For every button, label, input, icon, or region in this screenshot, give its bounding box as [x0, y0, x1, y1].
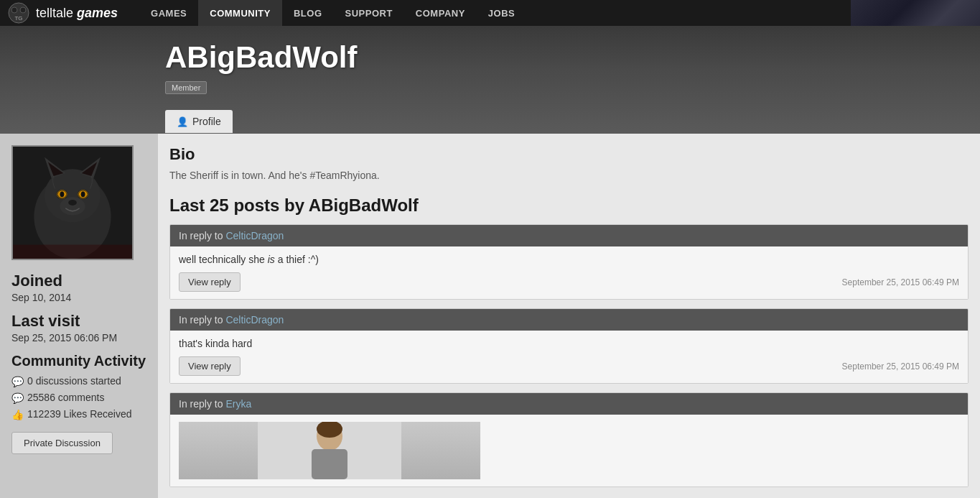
last-visit-label: Last visit — [11, 312, 146, 331]
post-image — [179, 422, 480, 479]
nav-decorative-image — [851, 0, 980, 26]
profile-tabs: 👤 Profile — [165, 110, 966, 133]
svg-point-19 — [60, 197, 85, 215]
nav-company[interactable]: COMPANY — [404, 0, 477, 26]
nav-games[interactable]: GAMES — [139, 0, 198, 26]
post-body-2: that's kinda hard View reply September 2… — [170, 331, 968, 383]
likes-icon: 👍 — [11, 409, 24, 420]
post-footer-2: View reply September 25, 2015 06:49 PM — [179, 356, 959, 376]
reply-to-user-1[interactable]: CelticDragon — [225, 230, 284, 241]
post-header-2: In reply to CelticDragon — [170, 309, 968, 331]
top-navigation: TG telltale games GAMES COMMUNITY BLOG S… — [0, 0, 980, 26]
community-activity-title: Community Activity — [11, 352, 146, 369]
bio-title: Bio — [169, 145, 969, 164]
tab-profile-label: Profile — [192, 116, 221, 127]
last-visit-date: Sep 25, 2015 06:06 PM — [11, 332, 146, 343]
svg-point-20 — [68, 200, 77, 206]
in-reply-to-label-3: In reply to — [179, 398, 225, 410]
profile-icon: 👤 — [177, 116, 188, 127]
post-header-3: In reply to Eryka — [170, 393, 968, 415]
svg-point-15 — [60, 191, 64, 197]
nav-links: GAMES COMMUNITY BLOG SUPPORT COMPANY JOB… — [139, 0, 884, 26]
post-text-1: well technically she is a thief :^) — [179, 254, 959, 265]
logo-text: telltale games — [36, 6, 118, 21]
comments-icon: 💬 — [11, 392, 24, 404]
reply-to-user-3[interactable]: Eryka — [225, 398, 251, 410]
svg-rect-21 — [13, 245, 132, 259]
nav-jobs[interactable]: JOBS — [477, 0, 526, 26]
username-title: ABigBadWolf — [165, 40, 966, 75]
svg-point-2 — [20, 7, 26, 13]
main-content: Bio The Sheriff is in town. And he's #Te… — [158, 134, 980, 498]
logo[interactable]: TG telltale games — [7, 1, 118, 24]
logo-icon: TG — [7, 1, 30, 24]
post-header-1: In reply to CelticDragon — [170, 225, 968, 246]
joined-label: Joined — [11, 272, 146, 290]
discussions-started: 💬 0 discussions started — [11, 375, 146, 387]
post-card-3: In reply to Eryka — [169, 392, 969, 487]
nav-community[interactable]: COMMUNITY — [198, 0, 282, 26]
post-body-1: well technically she is a thief :^) View… — [170, 246, 968, 299]
comments-count: 💬 25586 comments — [11, 392, 146, 404]
profile-header: ABigBadWolf Member 👤 Profile — [0, 26, 980, 134]
reply-to-user-2[interactable]: CelticDragon — [225, 314, 284, 326]
bio-text: The Sheriff is in town. And he's #TeamRh… — [169, 170, 969, 181]
svg-point-1 — [11, 7, 17, 13]
joined-date: Sep 10, 2014 — [11, 292, 146, 303]
view-reply-button-1[interactable]: View reply — [179, 272, 241, 292]
post-body-3 — [170, 415, 968, 487]
main-layout: Joined Sep 10, 2014 Last visit Sep 25, 2… — [0, 134, 980, 498]
likes-received: 👍 112239 Likes Received — [11, 408, 146, 420]
sidebar: Joined Sep 10, 2014 Last visit Sep 25, 2… — [0, 134, 158, 498]
nav-blog[interactable]: BLOG — [282, 0, 334, 26]
posts-title: Last 25 posts by ABigBadWolf — [169, 195, 969, 216]
discussions-icon: 💬 — [11, 376, 24, 387]
nav-support[interactable]: SUPPORT — [334, 0, 404, 26]
svg-text:TG: TG — [14, 15, 22, 22]
in-reply-to-label-2: In reply to — [179, 314, 225, 326]
member-badge: Member — [165, 81, 207, 94]
view-reply-button-2[interactable]: View reply — [179, 356, 241, 376]
avatar — [11, 145, 134, 260]
svg-point-16 — [81, 191, 85, 197]
in-reply-to-label-1: In reply to — [179, 230, 225, 241]
private-discussion-button[interactable]: Private Discussion — [11, 432, 113, 454]
person-silhouette — [179, 422, 480, 479]
tab-profile[interactable]: 👤 Profile — [165, 110, 233, 133]
avatar-image — [13, 147, 132, 259]
post-timestamp-1: September 25, 2015 06:49 PM — [842, 277, 959, 287]
post-footer-1: View reply September 25, 2015 06:49 PM — [179, 272, 959, 292]
svg-rect-25 — [312, 449, 347, 479]
post-timestamp-2: September 25, 2015 06:49 PM — [842, 361, 959, 372]
post-card-2: In reply to CelticDragon that's kinda ha… — [169, 308, 969, 384]
post-text-2: that's kinda hard — [179, 338, 959, 349]
post-card: In reply to CelticDragon well technicall… — [169, 224, 969, 300]
